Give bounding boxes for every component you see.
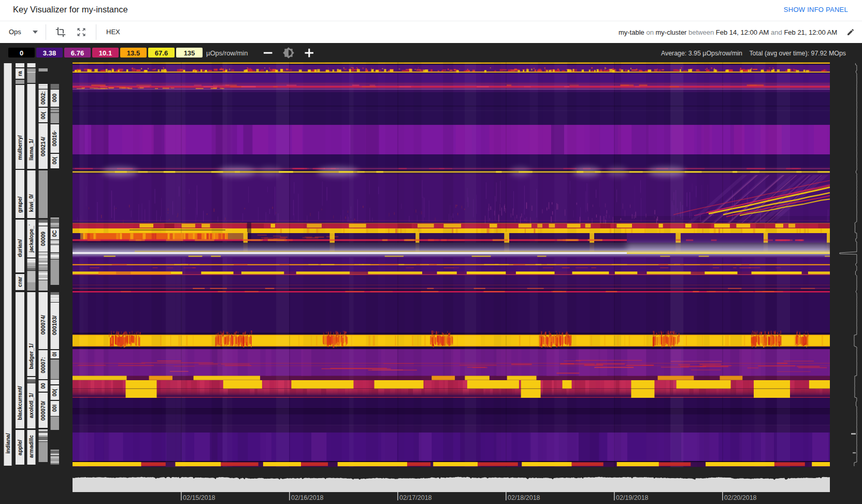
svg-text:Average: 3.95 µOps/row/min: Average: 3.95 µOps/row/min <box>661 50 742 57</box>
svg-text:durian/: durian/ <box>17 239 23 257</box>
svg-text:0l: 0l <box>52 352 58 357</box>
svg-text:kiwi_0/: kiwi_0/ <box>28 194 34 212</box>
svg-text:0C: 0C <box>52 231 58 237</box>
svg-text:indiana/: indiana/ <box>5 433 11 454</box>
svg-text:badger_1/: badger_1/ <box>28 343 34 369</box>
svg-text:axolotl_1/: axolotl_1/ <box>28 393 34 419</box>
svg-text:000214/: 000214/ <box>40 137 46 156</box>
svg-text:00: 00 <box>40 383 46 389</box>
svg-text:02/20/2018: 02/20/2018 <box>724 494 757 501</box>
svg-text:00007:: 00007: <box>40 357 46 373</box>
svg-text:67.6: 67.6 <box>155 49 168 57</box>
svg-text:02/16/2018: 02/16/2018 <box>291 494 324 501</box>
svg-text:000074/: 000074/ <box>40 315 46 335</box>
svg-text:0002:: 0002: <box>40 91 46 105</box>
svg-text:000070/: 000070/ <box>40 401 46 421</box>
svg-text:6.76: 6.76 <box>71 49 84 57</box>
svg-text:ra: ra <box>17 71 23 76</box>
svg-text:00016·: 00016· <box>52 130 58 146</box>
svg-text:135: 135 <box>184 49 195 57</box>
svg-text:llama_1/: llama_1/ <box>28 139 34 161</box>
svg-text:00(: 00( <box>40 111 46 119</box>
svg-text:0: 0 <box>20 49 23 57</box>
svg-text:mulberry/: mulberry/ <box>17 135 23 160</box>
svg-text:3.38: 3.38 <box>43 49 56 57</box>
svg-text:00(: 00( <box>52 156 58 164</box>
svg-text:00l: 00l <box>52 405 58 412</box>
svg-text:000103/: 000103/ <box>51 315 58 335</box>
svg-text:13.5: 13.5 <box>127 49 140 57</box>
svg-text:10.1: 10.1 <box>99 49 112 57</box>
svg-text:grape/: grape/ <box>17 196 23 213</box>
svg-text:02/17/2018: 02/17/2018 <box>399 494 432 501</box>
svg-text:jackalope_˙: jackalope_˙ <box>28 224 34 253</box>
svg-text:armadillc: armadillc <box>28 435 34 458</box>
svg-text:00(: 00( <box>52 388 58 396</box>
svg-text:02/18/2018: 02/18/2018 <box>508 494 540 501</box>
svg-text:apple/: apple/ <box>17 440 23 455</box>
svg-text:blackcurrant/: blackcurrant/ <box>17 386 23 420</box>
svg-text:Total (avg over time): 97.92 M: Total (avg over time): 97.92 MOps <box>749 50 846 57</box>
svg-text:000: 000 <box>52 93 58 102</box>
svg-text:crar: crar <box>17 277 23 287</box>
svg-text:µOps/row/min: µOps/row/min <box>206 49 248 57</box>
svg-text:00009: 00009 <box>40 232 46 246</box>
svg-text:02/19/2018: 02/19/2018 <box>616 494 649 501</box>
svg-text:02/15/2018: 02/15/2018 <box>183 494 216 501</box>
